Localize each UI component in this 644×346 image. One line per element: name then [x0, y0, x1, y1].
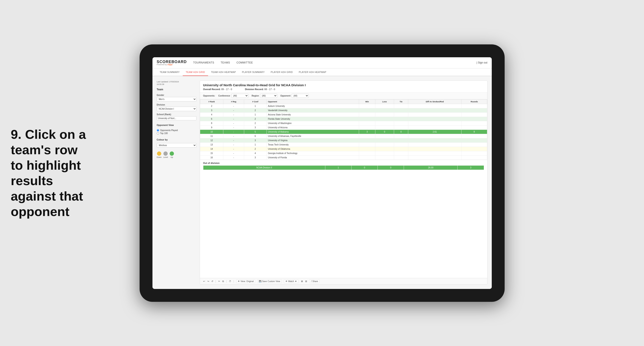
save-custom-btn[interactable]: 💾 Save Custom View: [257, 280, 282, 283]
tab-player-h2h-grid[interactable]: PLAYER H2H GRID: [268, 69, 296, 76]
cell-rounds: [462, 142, 487, 147]
nav-links: TOURNAMENTS TEAMS COMMITTEE: [193, 60, 476, 65]
tab-player-h2h-heatmap[interactable]: PLAYER H2H HEATMAP: [296, 69, 329, 76]
table-row[interactable]: 11 - 6 University of Arkansas, Fayettevi…: [200, 134, 487, 138]
out-of-division-table: NCAA Division II 1 0 0 26.00 3: [203, 165, 484, 170]
cell-opponent: Florida State University: [266, 117, 359, 121]
gender-select[interactable]: Men's: [157, 97, 196, 101]
cell-rank: 12: [200, 138, 223, 142]
tab-team-h2h-grid[interactable]: TEAM H2H GRID: [183, 69, 208, 76]
watch-btn[interactable]: 👁 Watch ▼: [284, 280, 298, 283]
table-row[interactable]: 8 - 2 University of Washington: [200, 121, 487, 125]
table-row[interactable]: 3 - 2 Vanderbilt University: [200, 108, 487, 112]
top-100-radio[interactable]: [157, 132, 159, 134]
tab-team-h2h-heatmap[interactable]: TEAM H2H HEATMAP: [208, 69, 239, 76]
opponent-select[interactable]: (All): [292, 94, 309, 98]
region-label: Region: [252, 95, 259, 97]
view-original-btn[interactable]: 👁 View: Original: [236, 280, 255, 283]
cell-loss: [375, 142, 394, 147]
out-of-division-row[interactable]: NCAA Division II 1 0 0 26.00 3: [203, 165, 484, 170]
cell-opponent: Georgia Institute of Technology: [266, 151, 359, 155]
reset-icon[interactable]: ↺: [211, 280, 213, 283]
nav-committee[interactable]: COMMITTEE: [236, 60, 253, 65]
cell-loss: [375, 108, 394, 112]
th-opponent: Opponent: [266, 99, 359, 104]
grid-header: University of North Carolina Head-to-Hea…: [200, 81, 487, 92]
legend-up: Up: [170, 151, 174, 158]
table-row[interactable]: 16 - 3 University of Florida: [200, 155, 487, 160]
nav-teams[interactable]: TEAMS: [220, 60, 230, 65]
cut-icon[interactable]: ✂: [218, 280, 220, 283]
cell-loss: [375, 121, 394, 125]
cell-opponent: Arizona State University: [266, 112, 359, 117]
nav-tournaments[interactable]: TOURNAMENTS: [193, 60, 214, 65]
annotation-text: 9. Click on a team's row to highlight re…: [11, 127, 92, 219]
out-of-division-label: Out of division: [203, 162, 484, 164]
grid-icon[interactable]: ⊞: [305, 280, 307, 283]
cell-reg: -: [223, 117, 244, 121]
out-of-division-win: 1: [325, 165, 351, 170]
cell-tie: [394, 142, 408, 147]
opponents-played-radio[interactable]: [157, 129, 159, 131]
cell-loss: [375, 147, 394, 151]
clock-icon[interactable]: ⏱: [229, 280, 231, 283]
table-row[interactable]: 9 - 3 University of Arizona: [200, 125, 487, 130]
school-rank-input[interactable]: [157, 116, 196, 120]
table-row[interactable]: 6 - 2 Florida State University: [200, 117, 487, 121]
table-row[interactable]: 12 - 3 University of Virginia: [200, 138, 487, 142]
cell-tie: [394, 151, 408, 155]
cell-loss: [375, 125, 394, 130]
colour-by-select[interactable]: Win/loss: [157, 143, 196, 148]
sign-out-link[interactable]: Sign out: [478, 61, 487, 64]
right-panel: University of North Carolina Head-to-Hea…: [200, 80, 488, 285]
table-row[interactable]: 14 - 2 University of Oklahoma: [200, 147, 487, 151]
share-btn[interactable]: ⤴ Share: [309, 280, 320, 283]
table-row[interactable]: 15 - 4 Georgia Institute of Technology: [200, 151, 487, 155]
cell-diff: [408, 125, 462, 130]
conference-select[interactable]: (All): [231, 94, 248, 98]
cell-rank: 8: [200, 121, 223, 125]
cell-reg: -: [223, 108, 244, 112]
opponent-filter: Opponent (All): [280, 94, 309, 98]
screen-icon[interactable]: 🖥: [301, 280, 303, 283]
copy-icon[interactable]: ⧉: [222, 280, 224, 283]
cell-tie: [394, 155, 408, 160]
redo-icon[interactable]: ↪: [207, 280, 209, 283]
cell-conf: 2: [244, 121, 266, 125]
cell-loss: 0: [375, 130, 394, 134]
table-row[interactable]: 2 - 1 Auburn University: [200, 104, 487, 108]
region-select[interactable]: (All): [260, 94, 277, 98]
region-filter: Region (All): [252, 94, 277, 98]
cell-diff: [408, 121, 462, 125]
undo-icon[interactable]: ↩: [203, 280, 205, 283]
cell-win: [359, 108, 375, 112]
cell-win: [359, 138, 375, 142]
logo-scoreboard: SCOREBOARD: [157, 60, 187, 64]
cell-rounds: [462, 125, 487, 130]
table-header-row: # Rank # Reg # Conf Opponent Win Loss Ti…: [200, 99, 487, 104]
division-select[interactable]: NCAA Division I: [157, 107, 196, 111]
cell-opponent: University of Washington: [266, 121, 359, 125]
table-row[interactable]: 13 - 1 Texas Tech University: [200, 142, 487, 147]
table-row[interactable]: 4 - 1 Arizona State University: [200, 112, 487, 117]
cell-conf: 1: [244, 142, 266, 147]
school-rank-label: School (Rank): [157, 113, 196, 116]
opponents-played-option[interactable]: Opponents Played: [157, 129, 196, 131]
cell-rounds: [462, 112, 487, 117]
cell-conf: 3: [244, 125, 266, 130]
cell-diff: [408, 151, 462, 155]
top-100-option[interactable]: Top 100: [157, 132, 196, 134]
cell-tie: [394, 112, 408, 117]
cell-opponent: Texas Tech University: [266, 142, 359, 147]
tab-player-summary[interactable]: PLAYER SUMMARY: [239, 69, 268, 76]
cell-opponent: University of Arizona: [266, 125, 359, 130]
cell-reg: -: [223, 125, 244, 130]
cell-win: [359, 121, 375, 125]
th-rounds: Rounds: [462, 99, 487, 104]
main-content: Last Updated: 27/03/2024 16:55:38 Team G…: [152, 76, 492, 289]
table-row[interactable]: 10 - 5 University of Alabama 3 0 0 2.61 …: [200, 130, 487, 134]
opponents-filter-label: Opponents:: [203, 95, 215, 97]
cell-reg: -: [223, 138, 244, 142]
cell-rounds: [462, 134, 487, 138]
tab-team-summary[interactable]: TEAM SUMMARY: [157, 69, 183, 76]
